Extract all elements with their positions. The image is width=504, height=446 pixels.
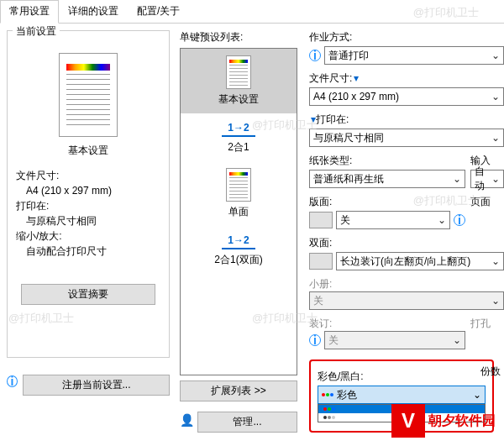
- current-settings-title: 当前设置: [13, 24, 60, 39]
- preview-label: 基本设置: [13, 144, 164, 158]
- paper-type-label: 纸张类型:: [309, 154, 465, 168]
- preset-item-label: 2合1: [187, 140, 290, 155]
- page-order-label: 页面: [470, 195, 504, 209]
- duplex-label: 双面:: [309, 236, 504, 250]
- layout-icon: [309, 212, 333, 228]
- info-icon[interactable]: i: [309, 50, 321, 61]
- settings-info: 文件尺寸: A4 (210 x 297 mm) 打印在: 与原稿尺寸相同 缩小/…: [13, 168, 164, 259]
- punch-label: 打孔: [470, 317, 491, 329]
- right-panel: 作业方式: i 普通打印 文件尺寸:▾ A4 (210 x 297 mm) ▾打…: [301, 24, 504, 446]
- print-on-label: ▾打印在:: [309, 113, 504, 127]
- info-icon[interactable]: i: [454, 214, 465, 226]
- summary-button[interactable]: 设置摘要: [21, 284, 155, 305]
- gray-dots-icon: [323, 416, 335, 419]
- booklet-select[interactable]: 关: [309, 291, 504, 310]
- preset-page-icon: [226, 168, 251, 202]
- staple-label: 装订:: [309, 317, 332, 329]
- info-line: 文件尺寸:: [16, 168, 160, 183]
- color-label: 彩色/黑白:: [318, 370, 486, 384]
- preset-list-label: 单键预设列表:: [180, 30, 297, 45]
- copies-label: 份数: [480, 365, 501, 379]
- doc-size-select[interactable]: A4 (210 x 297 mm): [309, 87, 504, 106]
- register-button[interactable]: 注册当前设置...: [23, 375, 170, 396]
- preset-item-basic[interactable]: 基本设置: [181, 49, 297, 113]
- paper-type-select[interactable]: 普通纸和再生纸: [309, 170, 465, 188]
- preset-item-label: 基本设置: [187, 92, 290, 107]
- preset-list[interactable]: 基本设置 1→2 2合1 单面 1→2 2合1(双面): [180, 48, 297, 375]
- info-line: 打印在:: [16, 198, 160, 213]
- info-line: 自动配合打印尺寸: [16, 244, 160, 259]
- tab-config[interactable]: 配置/关于: [128, 0, 189, 23]
- tab-bar: 常用设置 详细的设置 配置/关于: [0, 0, 504, 24]
- layout-select[interactable]: 关: [336, 211, 450, 229]
- info-icon[interactable]: i: [309, 334, 321, 346]
- logo-text: 朝夕软件园: [428, 412, 496, 430]
- page-preview-icon: [59, 53, 118, 137]
- print-on-select[interactable]: 与原稿尺寸相同: [309, 129, 504, 147]
- left-panel: 当前设置 基本设置 文件尺寸: A4 (210 x 297 mm) 打印在: 与…: [0, 24, 176, 446]
- brand-logo: V 朝夕软件园: [391, 404, 496, 438]
- input-tray-select[interactable]: 自动: [470, 170, 504, 188]
- arrow-1to2-icon: 1→2: [222, 120, 255, 137]
- color-dots-icon: [323, 407, 335, 411]
- duplex-select[interactable]: 长边装订(向左翻页/向上翻页): [336, 252, 504, 270]
- manage-button[interactable]: 管理...: [197, 412, 297, 433]
- job-type-select[interactable]: 普通打印: [324, 46, 504, 65]
- preset-item-single[interactable]: 单面: [181, 161, 297, 226]
- tab-common[interactable]: 常用设置: [0, 0, 59, 24]
- doc-size-label: 文件尺寸:▾: [309, 71, 504, 86]
- staple-select[interactable]: 关: [324, 331, 465, 349]
- color-dots-icon: [322, 393, 333, 396]
- info-icon[interactable]: i: [7, 375, 18, 387]
- info-line: 缩小/放大:: [16, 228, 160, 244]
- job-type-label: 作业方式:: [309, 30, 504, 45]
- arrow-1to2-icon: 1→2: [222, 233, 255, 249]
- info-line: 与原稿尺寸相同: [16, 213, 160, 228]
- booklet-label: 小册:: [309, 278, 332, 290]
- preset-page-icon: [226, 55, 251, 89]
- preset-item-label: 2合1(双面): [187, 253, 290, 267]
- current-settings-box: 当前设置 基本设置 文件尺寸: A4 (210 x 297 mm) 打印在: 与…: [7, 30, 170, 358]
- person-icon: 👤: [180, 413, 194, 427]
- binding-icon: [309, 253, 333, 270]
- preset-item-label: 单面: [187, 205, 290, 219]
- expand-list-button[interactable]: 扩展列表 >>: [180, 380, 297, 401]
- preset-item-2in1[interactable]: 1→2 2合1: [181, 113, 297, 161]
- center-panel: 单键预设列表: 基本设置 1→2 2合1 单面 1→2 2合1(双面) 扩展列表…: [176, 24, 301, 446]
- preset-item-2in1-duplex[interactable]: 1→2 2合1(双面): [181, 226, 297, 274]
- logo-v-icon: V: [391, 404, 425, 438]
- layout-label: 版面:: [309, 195, 465, 209]
- color-select[interactable]: 彩色: [318, 386, 486, 404]
- tab-detail[interactable]: 详细的设置: [59, 0, 128, 23]
- info-line: A4 (210 x 297 mm): [16, 183, 160, 198]
